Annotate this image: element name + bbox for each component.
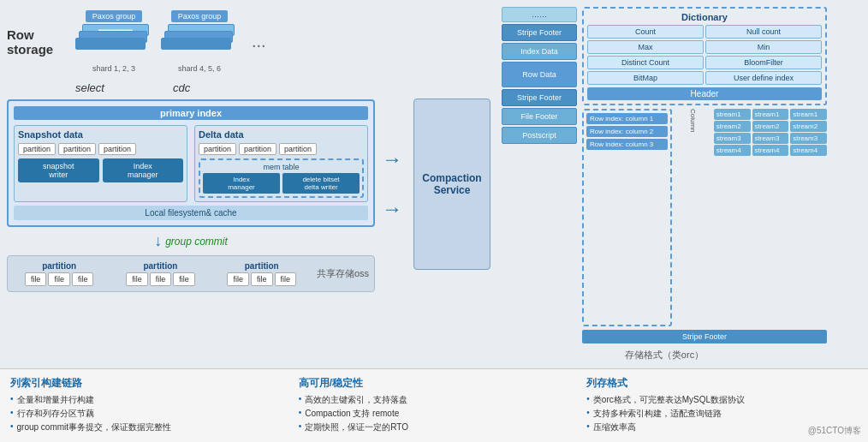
bottom-item-2c: • 定期快照，保证一定的RTO: [299, 421, 570, 433]
dict-grid: Count Null count Max Min Distinct Count …: [587, 25, 822, 85]
item-text-3c: 压缩效率高: [593, 421, 636, 433]
snapshot-partitions: partition partition partition: [18, 143, 183, 155]
bottom-title-3: 列存格式: [586, 376, 858, 391]
bottom-item-1c: • group commit事务提交，保证数据完整性: [10, 421, 282, 433]
compaction-label: Compaction Service: [422, 172, 481, 196]
delta-part-3: partition: [279, 143, 317, 155]
bottom-col-2: 高可用/稳定性 • 高效的主键索引，支持落盘 • Compaction 支持 r…: [299, 376, 570, 435]
main-container: Row storage Paxos group ━━━━━━━━ shard 1…: [0, 0, 868, 442]
local-fs-label: Local filesystem& cache: [14, 206, 368, 220]
stream2-2: stream2: [752, 121, 789, 132]
orc-stripe-footer-2: Stripe Footer: [502, 89, 577, 106]
file-row-2: file file file: [126, 272, 195, 286]
item-text-2c: 定期快照，保证一定的RTO: [305, 421, 408, 433]
stream2-1: stream2: [714, 121, 751, 132]
bottom-section: 列索引构建链路 • 全量和增量并行构建 • 行存和列存分区节藕 • group …: [0, 368, 868, 442]
bottom-item-2a: • 高效的主键索引，支持落盘: [299, 394, 570, 406]
dict-null-count: Null count: [705, 25, 822, 39]
dict-box: Dictionary Count Null count Max Min Dist…: [582, 7, 827, 105]
cdc-label: cdc: [173, 81, 190, 94]
bottom-title-1: 列索引构建链路: [10, 376, 282, 391]
bottom-item-3a: • 类orc格式，可完整表达MySQL数据协议: [586, 394, 858, 406]
streams-wrapper: Column stream1 stream2 stream3 stream4: [675, 109, 827, 326]
paxos-label-1: Paxos group: [86, 10, 143, 22]
row-index-box: Row index: column 1 Row index: column 2 …: [582, 109, 672, 326]
stripe-footer-bottom: Stripe Footer: [582, 330, 827, 343]
paxos-label-2: Paxos group: [171, 10, 229, 22]
dots: ...: [247, 32, 271, 51]
bullet-3b: •: [586, 408, 590, 417]
orc-index-data: Index Data: [502, 43, 577, 60]
dict-header: Header: [587, 87, 822, 100]
bullet-2a: •: [299, 394, 302, 403]
mem-table-title: mem table: [203, 163, 360, 171]
file-3c: file: [275, 272, 297, 286]
delta-title: Delta data: [199, 129, 364, 140]
bullet-2b: •: [299, 408, 302, 417]
select-label: select: [75, 81, 104, 94]
file-row-1: file file file: [25, 272, 94, 286]
stream2-3: stream2: [790, 121, 827, 132]
delta-writer: delete bitsetdelta writer: [282, 173, 360, 194]
delta-part-2: partition: [239, 143, 276, 155]
partition-group-1: partition file file file: [13, 261, 105, 286]
part-chip-1: partition: [18, 143, 56, 155]
arrow-right-2: →: [382, 197, 402, 221]
paxos-group-2: Paxos group shard 4, 5, 6: [161, 10, 238, 73]
col-label-1: Column: [689, 109, 697, 133]
partition-title-3: partition: [245, 261, 279, 271]
partition-title-1: partition: [42, 261, 76, 271]
partition-title-2: partition: [143, 261, 177, 271]
disk-2c: [161, 38, 231, 50]
bottom-item-2b: • Compaction 支持 remote: [299, 408, 570, 420]
item-text-3a: 类orc格式，可完整表达MySQL数据协议: [593, 394, 745, 406]
mem-table-box: mem table Indexmanager delete bitsetdelt…: [199, 158, 364, 198]
bottom-item-3b: • 支持多种索引构建，适配查询链路: [586, 408, 858, 420]
delta-partitions: partition partition partition: [199, 143, 364, 155]
stream1-1: stream1: [714, 109, 751, 120]
partitions-row: partition file file file partition file …: [7, 255, 375, 292]
stream4-1: stream4: [714, 145, 751, 156]
bullet-3c: •: [586, 421, 590, 431]
orc-postscript: Postscript: [502, 127, 577, 144]
item-text-2a: 高效的主键索引，支持落盘: [305, 394, 407, 406]
bottom-item-1b: • 行存和列存分区节藕: [10, 408, 282, 420]
delta-part-1: partition: [199, 143, 236, 155]
stream4-3: stream4: [790, 145, 827, 156]
oss-label: 共享存储oss: [317, 267, 369, 280]
file-1c: file: [72, 272, 94, 286]
dict-bloom: BloomFilter: [705, 56, 822, 69]
file-2c: file: [173, 272, 195, 286]
orc-row-data: Row Data: [502, 62, 577, 87]
arrow-right-1: →: [382, 147, 402, 171]
stream1-3: stream1: [790, 109, 827, 120]
file-1a: file: [25, 272, 47, 286]
row-index-1: Row index: column 1: [586, 113, 668, 124]
part-chip-3: partition: [98, 143, 136, 155]
orc-file-footer: File Footer: [502, 108, 577, 125]
part-chip-2: partition: [58, 143, 96, 155]
snapshot-writer: snapshotwriter: [18, 158, 99, 182]
row-index-3: Row index: column 3: [586, 139, 668, 150]
arrow-labels: select cdc: [7, 81, 375, 94]
bullet-3a: •: [586, 394, 590, 403]
bottom-title-2: 高可用/稳定性: [299, 376, 570, 391]
file-1b: file: [48, 272, 70, 286]
partition-group-3: partition file file file: [216, 261, 308, 286]
dict-max: Max: [587, 40, 704, 54]
middle-panel: Compaction Service: [409, 7, 495, 361]
row-index-2: Row index: column 2: [586, 126, 668, 137]
paxos-group-1: Paxos group ━━━━━━━━ shard 1, 2, 3: [75, 10, 152, 73]
bullet-1a: •: [10, 394, 14, 403]
stream-col-3: stream1 stream2 stream3 stream4: [790, 109, 827, 326]
item-text-1a: 全量和增量并行构建: [17, 394, 94, 406]
dict-title: Dictionary: [587, 12, 822, 22]
stream-col-2: stream1 stream2 stream3 stream4: [752, 109, 789, 326]
paxos-stack-1: ━━━━━━━━: [75, 24, 152, 63]
snapshot-sub-boxes: snapshotwriter Indexmanager: [18, 158, 183, 182]
shard-label-1: shard 1, 2, 3: [92, 64, 135, 73]
row-storage-label: Row storage: [7, 27, 67, 57]
bottom-item-1a: • 全量和增量并行构建: [10, 394, 282, 406]
stream1-2: stream1: [752, 109, 789, 120]
row-index-streams: Row index: column 1 Row index: column 2 …: [582, 109, 827, 326]
